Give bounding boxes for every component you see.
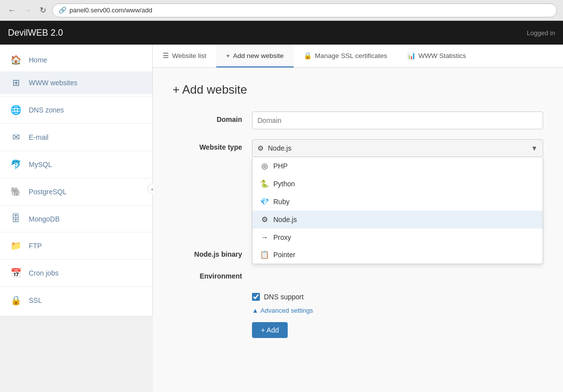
selected-type-icon: ⚙ <box>257 144 264 152</box>
sidebar-wrapper: 🏠 Home ⊞ WWW websites 🌐 DNS zones ✉ E-ma… <box>0 45 153 392</box>
environment-label: Environment <box>173 268 252 280</box>
tab-ssl-icon: 🔒 <box>304 52 312 59</box>
domain-row: Domain <box>173 112 543 129</box>
sidebar-divider-6 <box>0 232 152 232</box>
add-button[interactable]: + Add <box>252 322 288 338</box>
php-label: PHP <box>273 162 288 170</box>
php-icon: ◎ <box>259 162 269 170</box>
mongodb-icon: 🗄 <box>10 214 22 224</box>
pointer-icon: 📋 <box>259 250 269 259</box>
dns-icon: 🌐 <box>10 105 22 115</box>
sidebar-item-mysql[interactable]: 🐬 MySQL <box>0 153 152 176</box>
url-icon: 🔗 <box>59 6 66 14</box>
dropdown-item-ruby[interactable]: 💎 Ruby <box>252 193 543 211</box>
sidebar-item-mongodb[interactable]: 🗄 MongoDB <box>0 208 152 230</box>
select-arrow-icon: ▼ <box>531 144 538 152</box>
select-wrapper: ⚙ Node.js ▼ ◎ PHP <box>252 139 543 157</box>
home-icon: 🏠 <box>10 55 22 65</box>
tab-manage-ssl[interactable]: 🔒 Manage SSL certificates <box>294 45 397 67</box>
tab-add-new-website[interactable]: + Add new website <box>216 45 294 67</box>
sidebar-divider-2 <box>0 123 152 124</box>
page-title: + Add website <box>173 83 543 97</box>
sidebar-item-www-websites[interactable]: ⊞ WWW websites <box>0 71 152 94</box>
website-type-field: ⚙ Node.js ▼ ◎ PHP <box>252 139 543 157</box>
selected-type-label: Node.js <box>268 144 291 152</box>
dropdown-item-proxy[interactable]: → Proxy <box>252 228 543 246</box>
mysql-icon: 🐬 <box>10 159 22 170</box>
sidebar-divider-4 <box>0 178 152 178</box>
www-icon: ⊞ <box>10 77 22 88</box>
url-bar[interactable]: 🔗 panel0.serv00.com/www/add <box>52 3 557 17</box>
forward-button[interactable]: → <box>22 5 34 16</box>
tabs-bar: ☰ Website list + Add new website 🔒 Manag… <box>153 45 563 68</box>
tab-ssl-label: Manage SSL certificates <box>315 52 387 59</box>
proxy-icon: → <box>259 233 269 241</box>
sidebar-divider-3 <box>0 151 152 151</box>
tab-add-label: Add new website <box>233 52 284 59</box>
dropdown-item-nodejs[interactable]: ⚙ Node.js <box>252 211 543 228</box>
cron-icon: 📅 <box>10 268 22 279</box>
python-icon: 🐍 <box>259 179 269 188</box>
email-icon: ✉ <box>10 132 22 143</box>
sidebar-label-mysql: MySQL <box>29 161 52 168</box>
brand-name: DevilWEB 2.0 <box>8 28 63 38</box>
sidebar-label-cron: Cron jobs <box>29 269 59 277</box>
proxy-label: Proxy <box>273 233 291 241</box>
dropdown-item-php[interactable]: ◎ PHP <box>252 157 543 175</box>
pointer-label: Pointer <box>273 251 295 259</box>
sidebar-label-mongodb: MongoDB <box>29 215 60 223</box>
environment-row: Environment <box>173 268 543 280</box>
sidebar-item-ssl[interactable]: 🔒 SSL <box>0 289 152 312</box>
dns-support-row: DNS support <box>252 290 543 304</box>
ssl-icon: 🔒 <box>10 295 22 306</box>
nodejs-binary-label: Node.js binary <box>173 246 252 258</box>
sidebar-item-cron-jobs[interactable]: 📅 Cron jobs <box>0 262 152 284</box>
sidebar-divider-8 <box>0 286 152 287</box>
sidebar-label-postgresql: PostgreSQL <box>29 188 66 196</box>
sidebar-item-email[interactable]: ✉ E-mail <box>0 126 152 149</box>
ruby-icon: 💎 <box>259 197 269 206</box>
add-button-label: + Add <box>261 326 279 334</box>
sidebar-label-ftp: FTP <box>29 242 42 250</box>
sidebar-label-email: E-mail <box>29 133 49 141</box>
nodejs-icon: ⚙ <box>259 215 269 224</box>
dns-support-checkbox[interactable] <box>252 293 260 301</box>
browser-chrome: ← → ↻ 🔗 panel0.serv00.com/www/add <box>0 0 563 21</box>
tab-www-statistics[interactable]: 📊 WWW Statistics <box>397 45 476 67</box>
python-label: Python <box>273 180 295 188</box>
sidebar-label-ssl: SSL <box>29 296 42 304</box>
postgresql-icon: 🐘 <box>10 186 22 197</box>
sidebar-item-home[interactable]: 🏠 Home <box>0 49 152 71</box>
tab-website-list-label: Website list <box>172 52 206 59</box>
page-content: + Add website Domain Website type ⚙ <box>153 68 563 353</box>
sidebar: 🏠 Home ⊞ WWW websites 🌐 DNS zones ✉ E-ma… <box>0 45 153 316</box>
tab-website-list-icon: ☰ <box>163 52 169 59</box>
website-type-select[interactable]: ⚙ Node.js ▼ <box>252 139 543 157</box>
sidebar-label-home: Home <box>29 56 47 64</box>
sidebar-item-dns-zones[interactable]: 🌐 DNS zones <box>0 99 152 121</box>
reload-button[interactable]: ↻ <box>38 4 48 16</box>
website-type-label: Website type <box>173 139 252 151</box>
sidebar-item-ftp[interactable]: 📁 FTP <box>0 234 152 257</box>
advanced-settings-caret: ▲ <box>252 307 258 314</box>
dropdown-item-pointer[interactable]: 📋 Pointer <box>252 246 543 264</box>
website-type-dropdown: ◎ PHP 🐍 Python 💎 Ruby <box>252 157 543 264</box>
ftp-icon: 📁 <box>10 240 22 251</box>
sidebar-label-www: WWW websites <box>29 79 77 87</box>
domain-label: Domain <box>173 112 252 123</box>
content-area: ☰ Website list + Add new website 🔒 Manag… <box>153 45 563 392</box>
tab-website-list[interactable]: ☰ Website list <box>153 45 216 67</box>
sidebar-label-dns: DNS zones <box>29 106 64 114</box>
login-status: Logged in <box>527 29 555 37</box>
sidebar-item-postgresql[interactable]: 🐘 PostgreSQL <box>0 180 152 203</box>
domain-input[interactable] <box>252 112 543 129</box>
dropdown-item-python[interactable]: 🐍 Python <box>252 175 543 193</box>
sidebar-divider-5 <box>0 205 152 206</box>
advanced-settings-text: Advanced settings <box>260 307 313 314</box>
app-wrapper: DevilWEB 2.0 Logged in 🏠 Home ⊞ WWW webs… <box>0 21 563 392</box>
sidebar-divider-7 <box>0 259 152 260</box>
advanced-settings-link[interactable]: ▲ Advanced settings <box>252 307 543 314</box>
back-button[interactable]: ← <box>6 5 18 16</box>
dns-support-label: DNS support <box>264 293 304 301</box>
domain-field <box>252 112 543 129</box>
